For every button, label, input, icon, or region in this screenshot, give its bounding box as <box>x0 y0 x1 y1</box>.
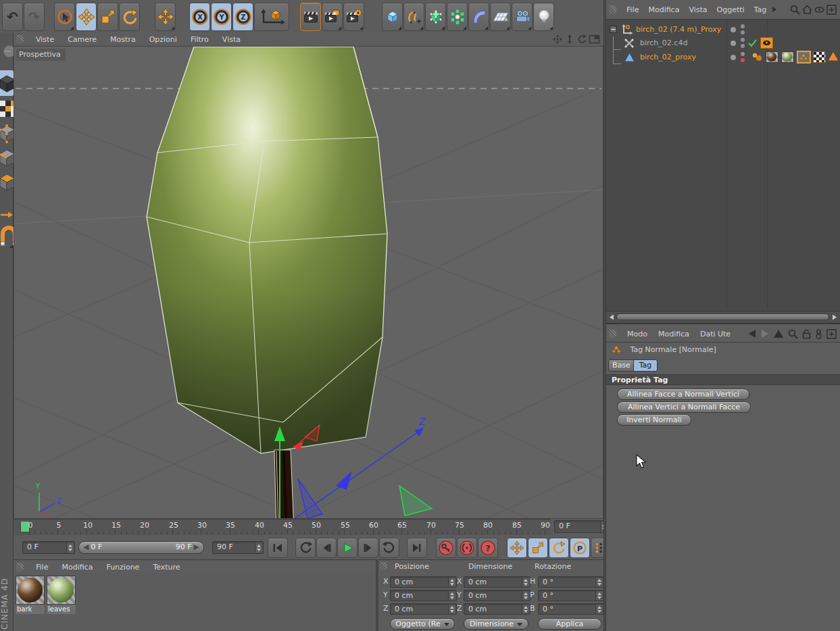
track-mode-icon[interactable] <box>814 328 823 340</box>
om-menu-modifica[interactable]: Modifica <box>643 5 684 14</box>
add-deformer-button[interactable] <box>468 3 489 31</box>
panel-grip[interactable] <box>380 562 387 570</box>
apply-button[interactable]: Applica <box>538 618 601 630</box>
scroll-left-icon[interactable] <box>608 313 616 321</box>
size-y-field[interactable]: 0 cm <box>464 590 530 601</box>
material-menu-modifica[interactable]: Modifica <box>55 563 99 572</box>
panel-grip[interactable] <box>609 330 616 338</box>
size-mode-dropdown[interactable]: Dimensione <box>464 618 528 630</box>
parent-up-icon[interactable] <box>772 328 785 339</box>
spinner-arrows[interactable] <box>595 591 603 600</box>
spinner-arrows[interactable] <box>448 591 455 600</box>
size-x-field[interactable]: 0 cm <box>464 576 530 588</box>
render-dot[interactable] <box>741 44 745 48</box>
object-name[interactable]: birch_02 (7.4 m)_Proxy <box>636 25 721 34</box>
polygon-mode-button[interactable] <box>0 170 14 193</box>
material-item-bark[interactable]: bark <box>16 576 45 614</box>
spinner-arrows[interactable] <box>522 605 529 613</box>
display-tag-icon[interactable] <box>751 51 763 62</box>
frame-range-slider[interactable]: ◀ 0 F ▶ 90 F <box>78 541 204 554</box>
material-menu-texture[interactable]: Texture <box>146 563 187 572</box>
edge-mode-button[interactable] <box>0 146 14 169</box>
am-menu-modifica[interactable]: Modifica <box>653 330 695 338</box>
viewport-menu-vista[interactable]: Vista <box>216 35 247 44</box>
phong-tag-icon[interactable] <box>828 51 839 61</box>
scale-tool-button[interactable] <box>97 3 118 31</box>
add-panel-icon[interactable] <box>826 4 837 16</box>
render-settings-button[interactable] <box>343 3 364 31</box>
timeline-ruler[interactable]: 0 5 10 15 20 25 30 35 40 45 50 55 60 65 … <box>14 519 551 535</box>
play-backwards-button[interactable] <box>295 538 316 558</box>
spinner-arrows[interactable] <box>595 605 603 613</box>
pos-z-field[interactable]: 0 cm <box>390 603 457 615</box>
spinner-arrows[interactable] <box>522 591 529 600</box>
undo-button[interactable]: ↶ <box>2 3 23 31</box>
viewport-menu-mostra[interactable]: Mostra <box>103 35 143 44</box>
viewport-menu-opzioni[interactable]: Opzioni <box>143 35 184 44</box>
play-button[interactable] <box>337 538 357 558</box>
add-array-button[interactable] <box>447 3 468 31</box>
visibility-dot[interactable] <box>731 27 736 32</box>
leaves-texture-tag[interactable] <box>781 51 794 63</box>
object-row-birch02-c4d[interactable]: birch_02.c4d <box>606 36 840 50</box>
rot-h-field[interactable]: 0 ° <box>538 576 604 588</box>
spinner-arrows[interactable] <box>448 605 455 613</box>
lock-x-axis-button[interactable]: X <box>189 3 210 31</box>
object-row-birch02-proxy[interactable]: birch_02_proxy <box>606 51 840 64</box>
current-frame-spinner[interactable]: 0 F <box>22 541 75 554</box>
point-mode-button[interactable] <box>0 122 14 145</box>
enabled-check-icon[interactable] <box>747 38 758 48</box>
lock-y-axis-button[interactable]: Y <box>211 3 232 31</box>
om-menu-oggetti[interactable]: Oggetti <box>712 5 749 14</box>
editor-dot[interactable] <box>741 38 745 42</box>
om-menu-file[interactable]: File <box>622 5 643 14</box>
rot-p-field[interactable]: 0 ° <box>538 590 604 601</box>
am-menu-dati-utente[interactable]: Dati Ute <box>695 330 736 338</box>
om-menu-tag[interactable]: Tag <box>749 5 772 14</box>
history-forward-icon[interactable] <box>760 328 770 339</box>
visibility-dot[interactable] <box>731 55 736 60</box>
move-tool-button[interactable] <box>76 3 97 31</box>
goto-end-button[interactable] <box>407 538 427 558</box>
end-frame-spinner[interactable]: 90 F <box>212 541 264 554</box>
play-forwards-button[interactable] <box>379 538 399 558</box>
keying-help-button[interactable]: ? <box>478 538 498 558</box>
viewport-3d[interactable]: Z Y Z X Prospettiva <box>14 46 603 519</box>
spinner-arrows[interactable] <box>66 542 74 553</box>
bark-texture-tag[interactable] <box>766 51 779 63</box>
spinner-arrows[interactable] <box>522 578 529 586</box>
section-header-proprieta-tag[interactable]: Proprietà Tag <box>606 374 840 385</box>
display-visibility-tag[interactable] <box>760 37 773 49</box>
ruler-frame-field[interactable]: 0 F <box>554 520 609 533</box>
add-floor-button[interactable] <box>490 3 511 31</box>
add-hypernurbs-button[interactable] <box>425 3 446 31</box>
viewport-menu-filtro[interactable]: Filtro <box>184 35 216 44</box>
add-camera-button[interactable] <box>512 3 533 31</box>
history-back-icon[interactable] <box>747 328 759 339</box>
lock-z-axis-button[interactable]: Z <box>232 3 253 31</box>
scrollbar-thumb[interactable] <box>616 313 829 320</box>
render-dot[interactable] <box>741 30 745 34</box>
rot-b-field[interactable]: 0 ° <box>538 603 604 615</box>
record-keyframe-button[interactable] <box>436 538 456 558</box>
tab-base[interactable]: Base <box>608 359 635 372</box>
material-item-leaves[interactable]: leaves <box>47 576 76 614</box>
live-selection-button[interactable] <box>54 3 75 31</box>
pos-y-field[interactable]: 0 cm <box>390 590 457 601</box>
object-name[interactable]: birch_02.c4d <box>640 39 687 47</box>
editor-dot[interactable] <box>741 52 745 56</box>
object-name[interactable]: birch_02_proxy <box>640 53 696 61</box>
om-menu-vista[interactable]: Vista <box>684 5 712 14</box>
eye-filter-icon[interactable] <box>814 4 825 16</box>
material-menu-file[interactable]: File <box>29 563 55 572</box>
viewport-camera-label[interactable]: Prospettiva <box>16 49 66 61</box>
foliage-object[interactable] <box>147 47 387 453</box>
add-light-button[interactable] <box>533 3 554 31</box>
rotate-tool-button[interactable] <box>119 3 140 31</box>
search-icon[interactable] <box>789 4 801 16</box>
viewport-menu-viste[interactable]: Viste <box>29 35 61 44</box>
next-frame-button[interactable] <box>358 538 378 558</box>
align-faces-to-vertex-normals-button[interactable]: Allinea Facce a Normali Vertici <box>617 388 749 400</box>
viewport-menu-camere[interactable]: Camere <box>61 35 103 44</box>
add-spline-button[interactable] <box>403 3 424 31</box>
